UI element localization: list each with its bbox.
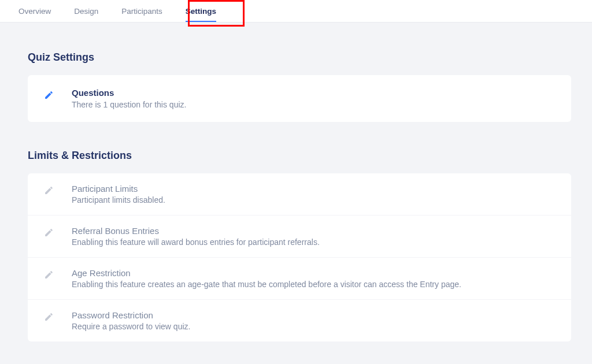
settings-item-title: Referral Bonus Entries bbox=[72, 226, 555, 236]
settings-item-title: Questions bbox=[72, 88, 555, 98]
section-heading-limits: Limits & Restrictions bbox=[28, 150, 571, 162]
quiz-settings-card: Questions There is 1 question for this q… bbox=[28, 75, 571, 122]
settings-item-title: Password Restriction bbox=[72, 310, 555, 320]
settings-item-age-restriction[interactable]: Age Restriction Enabling this feature cr… bbox=[28, 258, 571, 300]
tab-participants[interactable]: Participants bbox=[110, 1, 174, 21]
tab-design[interactable]: Design bbox=[62, 1, 110, 21]
settings-item-desc: Enabling this feature will award bonus e… bbox=[72, 237, 555, 247]
settings-item-body: Password Restriction Require a password … bbox=[72, 310, 555, 331]
pencil-icon bbox=[44, 268, 72, 280]
tabs-bar: Overview Design Participants Settings bbox=[0, 0, 592, 23]
settings-item-desc: Require a password to view quiz. bbox=[72, 322, 555, 331]
settings-item-body: Participant Limits Participant limits di… bbox=[72, 184, 555, 205]
settings-item-desc: There is 1 question for this quiz. bbox=[72, 100, 555, 109]
settings-item-body: Questions There is 1 question for this q… bbox=[72, 88, 555, 109]
settings-item-body: Referral Bonus Entries Enabling this fea… bbox=[72, 226, 555, 247]
limits-card: Participant Limits Participant limits di… bbox=[28, 173, 571, 341]
settings-item-title: Participant Limits bbox=[72, 184, 555, 194]
pencil-icon bbox=[44, 310, 72, 322]
tab-overview[interactable]: Overview bbox=[7, 1, 62, 21]
pencil-icon bbox=[44, 184, 72, 195]
settings-item-participant-limits[interactable]: Participant Limits Participant limits di… bbox=[28, 173, 571, 216]
settings-item-desc: Participant limits disabled. bbox=[72, 195, 555, 205]
pencil-icon bbox=[44, 88, 72, 100]
settings-item-questions[interactable]: Questions There is 1 question for this q… bbox=[28, 75, 571, 122]
settings-item-title: Age Restriction bbox=[72, 268, 555, 278]
section-heading-quiz-settings: Quiz Settings bbox=[28, 51, 571, 64]
tab-settings[interactable]: Settings bbox=[174, 1, 228, 21]
settings-item-body: Age Restriction Enabling this feature cr… bbox=[72, 268, 555, 289]
page-content: Quiz Settings Questions There is 1 quest… bbox=[0, 23, 592, 341]
settings-item-desc: Enabling this feature creates an age-gat… bbox=[72, 280, 555, 289]
pencil-icon bbox=[44, 226, 72, 237]
settings-item-referral-bonus[interactable]: Referral Bonus Entries Enabling this fea… bbox=[28, 216, 571, 258]
settings-item-password-restriction[interactable]: Password Restriction Require a password … bbox=[28, 300, 571, 341]
